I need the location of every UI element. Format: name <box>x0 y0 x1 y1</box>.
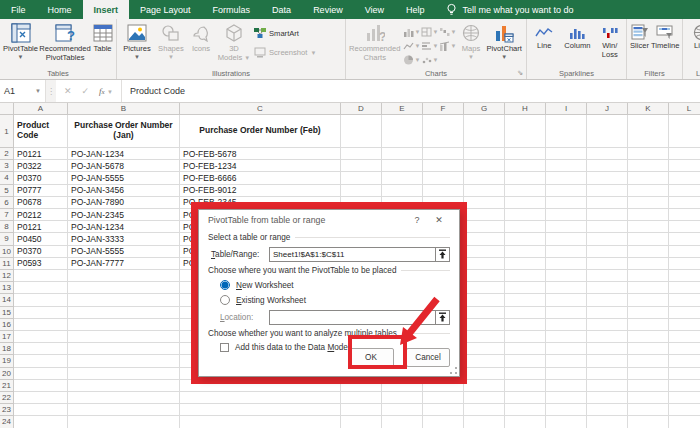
cell-C5[interactable]: PO-FEB-9012 <box>180 185 341 197</box>
cell-H3[interactable] <box>505 160 546 172</box>
location-input[interactable] <box>269 310 435 325</box>
cell-A12[interactable] <box>14 270 68 282</box>
cell-L11[interactable] <box>669 258 700 270</box>
sparkline-winloss-button[interactable]: Win/ Loss <box>596 25 623 59</box>
cell-E2[interactable] <box>382 148 423 160</box>
cell-G15[interactable] <box>464 307 505 319</box>
cell-H16[interactable] <box>505 319 546 331</box>
cell-D3[interactable] <box>341 160 382 172</box>
cell-A16[interactable] <box>14 319 68 331</box>
cell-E4[interactable] <box>382 172 423 184</box>
radio-existing-worksheet[interactable]: Existing Worksheet <box>220 295 450 305</box>
cell-K3[interactable] <box>628 160 669 172</box>
cell-J5[interactable] <box>587 185 628 197</box>
cell-E6[interactable] <box>382 197 423 209</box>
cell-B5[interactable]: PO-JAN-3456 <box>68 185 180 197</box>
row-header-22[interactable]: 22 <box>0 392 14 404</box>
cell-C3[interactable]: PO-FEB-1234 <box>180 160 341 172</box>
cell-L16[interactable] <box>669 319 700 331</box>
cell-H14[interactable] <box>505 294 546 306</box>
cell-A20[interactable] <box>14 368 68 380</box>
cell-F5[interactable] <box>423 185 464 197</box>
cancel-entry-icon[interactable]: ✕ <box>64 86 72 96</box>
row-header-19[interactable]: 19 <box>0 355 14 367</box>
cell-H13[interactable] <box>505 282 546 294</box>
cell-A8[interactable]: P0121 <box>14 221 68 233</box>
select-all-corner[interactable] <box>0 103 14 115</box>
cell-J17[interactable] <box>587 331 628 343</box>
cell-E24[interactable] <box>382 416 423 428</box>
cell-J16[interactable] <box>587 319 628 331</box>
cell-L15[interactable] <box>669 307 700 319</box>
cell-H23[interactable] <box>505 404 546 416</box>
cell-D22[interactable] <box>341 392 382 404</box>
cell-L19[interactable] <box>669 355 700 367</box>
cell-H24[interactable] <box>505 416 546 428</box>
cell-J21[interactable] <box>587 380 628 392</box>
cell-K13[interactable] <box>628 282 669 294</box>
cell-I15[interactable] <box>546 307 587 319</box>
cell-B16[interactable] <box>68 319 180 331</box>
cell-I7[interactable] <box>546 209 587 221</box>
cell-K14[interactable] <box>628 294 669 306</box>
cell-L3[interactable] <box>669 160 700 172</box>
cell-I19[interactable] <box>546 355 587 367</box>
cell-B22[interactable] <box>68 392 180 404</box>
cell-A10[interactable]: P0370 <box>14 246 68 258</box>
row-header-15[interactable]: 15 <box>0 307 14 319</box>
column-header-B[interactable]: B <box>68 103 180 115</box>
cell-I24[interactable] <box>546 416 587 428</box>
cell-F24[interactable] <box>423 416 464 428</box>
cell-J23[interactable] <box>587 404 628 416</box>
column-header-F[interactable]: F <box>423 103 464 115</box>
cell-F6[interactable] <box>423 197 464 209</box>
cell-K7[interactable] <box>628 209 669 221</box>
cell-H10[interactable] <box>505 246 546 258</box>
cell-A22[interactable] <box>14 392 68 404</box>
cell-B3[interactable]: PO-JAN-5678 <box>68 160 180 172</box>
cell-I5[interactable] <box>546 185 587 197</box>
cell-L8[interactable] <box>669 221 700 233</box>
cell-G11[interactable] <box>464 258 505 270</box>
cell-L1[interactable] <box>669 115 700 148</box>
ribbon-tab-formulas[interactable]: Formulas <box>202 0 262 19</box>
cell-G21[interactable] <box>464 380 505 392</box>
cell-I21[interactable] <box>546 380 587 392</box>
cell-E5[interactable] <box>382 185 423 197</box>
cell-H2[interactable] <box>505 148 546 160</box>
cell-L18[interactable] <box>669 343 700 355</box>
cell-G6[interactable] <box>464 197 505 209</box>
table-range-picker-button[interactable] <box>435 247 450 262</box>
scatter-chart-button[interactable]: ▼ <box>421 53 439 67</box>
column-header-C[interactable]: C <box>180 103 341 115</box>
dialog-close-icon[interactable]: ✕ <box>428 215 450 225</box>
cell-G19[interactable] <box>464 355 505 367</box>
cell-H20[interactable] <box>505 368 546 380</box>
cell-F22[interactable] <box>423 392 464 404</box>
row-header-6[interactable]: 6 <box>0 197 14 209</box>
cell-C22[interactable] <box>180 392 341 404</box>
cell-A24[interactable] <box>14 416 68 428</box>
cell-B17[interactable] <box>68 331 180 343</box>
cell-J24[interactable] <box>587 416 628 428</box>
charts-dialog-launcher-icon[interactable]: ⇘ <box>517 69 523 77</box>
timeline-button[interactable]: Timeline <box>651 23 679 51</box>
cell-C24[interactable] <box>180 416 341 428</box>
cell-L2[interactable] <box>669 148 700 160</box>
cell-A2[interactable]: P0121 <box>14 148 68 160</box>
cell-K11[interactable] <box>628 258 669 270</box>
cell-H21[interactable] <box>505 380 546 392</box>
cell-H17[interactable] <box>505 331 546 343</box>
icons-button[interactable]: Icons <box>188 22 214 54</box>
cell-K5[interactable] <box>628 185 669 197</box>
cell-J11[interactable] <box>587 258 628 270</box>
cell-G10[interactable] <box>464 246 505 258</box>
sparkline-column-button[interactable]: Column <box>560 25 594 51</box>
cell-G22[interactable] <box>464 392 505 404</box>
cell-D5[interactable] <box>341 185 382 197</box>
pie-chart-button[interactable]: ▼ <box>403 53 421 67</box>
cell-A9[interactable]: P0450 <box>14 233 68 245</box>
cell-F1[interactable] <box>423 115 464 148</box>
column-header-D[interactable]: D <box>341 103 382 115</box>
row-header-23[interactable]: 23 <box>0 404 14 416</box>
